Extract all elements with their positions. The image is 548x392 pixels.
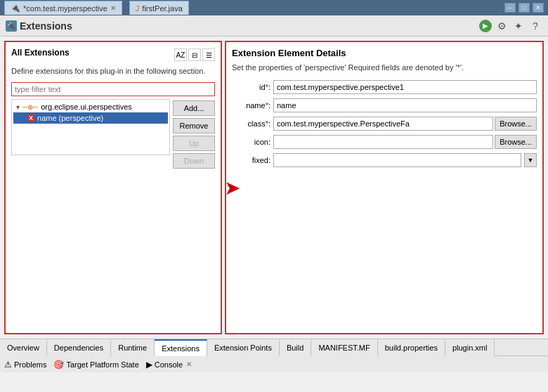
tree-item-perspectives[interactable]: ▾ ─⊕─ org.eclipse.ui.perspectives xyxy=(13,101,168,112)
id-field-row: id*: xyxy=(232,80,537,94)
status-console[interactable]: ▶ Console ✕ xyxy=(146,360,192,370)
bottom-tabs: Overview Dependencies Runtime Extensions… xyxy=(0,339,548,355)
expand-icon: ▾ xyxy=(16,103,20,111)
action-buttons: Add... Remove Up Down xyxy=(173,99,215,169)
content-area: All Extensions AZ ⊟ ☰ Define extensions … xyxy=(0,37,548,339)
tab-extension-points[interactable]: Extension Points xyxy=(207,339,280,356)
help-button[interactable]: ? xyxy=(528,19,542,33)
name-field-row: name*: xyxy=(232,98,537,112)
panel-description: Define extensions for this plug-in in th… xyxy=(11,66,215,77)
extensions-tree: ▾ ─⊕─ org.eclipse.ui.perspectives X name… xyxy=(11,99,170,155)
down-button[interactable]: Down xyxy=(173,153,215,169)
filter-input[interactable] xyxy=(11,82,215,96)
title-bar: 🔌 *com.test.myperspective ✕ J firstPer.j… xyxy=(0,0,548,15)
panel-toolbar-buttons: AZ ⊟ ☰ xyxy=(174,48,215,61)
maximize-button[interactable]: □ xyxy=(518,3,530,13)
spark-button[interactable]: ✦ xyxy=(511,19,526,33)
icon-label: icon: xyxy=(232,138,270,146)
all-extensions-panel: All Extensions AZ ⊟ ☰ Define extensions … xyxy=(4,41,222,334)
run-button[interactable]: ▶ xyxy=(479,20,492,32)
console-icon: ▶ xyxy=(146,360,152,370)
up-button[interactable]: Up xyxy=(173,136,215,151)
minimize-button[interactable]: ─ xyxy=(504,3,516,13)
fixed-field-row: fixed: ▼ xyxy=(232,153,537,167)
remove-button[interactable]: Remove xyxy=(173,118,215,133)
tab-firstper[interactable]: J firstPer.java xyxy=(129,1,189,15)
tree-item-name-perspective[interactable]: X name (perspective) xyxy=(13,112,168,124)
toolbar-actions: ▶ ⚙ ✦ ? xyxy=(479,19,542,33)
add-button[interactable]: Add... xyxy=(173,100,215,116)
tab-extensions[interactable]: Extensions xyxy=(155,339,207,356)
id-label: id*: xyxy=(232,83,270,91)
fixed-label: fixed: xyxy=(232,156,270,164)
class-input[interactable] xyxy=(273,117,493,131)
toolbar: 🔌 Extensions ▶ ⚙ ✦ ? xyxy=(0,15,548,37)
x-icon: X xyxy=(27,115,34,122)
page-title: Extensions xyxy=(20,20,476,32)
tab-build[interactable]: Build xyxy=(280,339,311,356)
extension-element-details-panel: Extension Element Details Set the proper… xyxy=(225,41,544,334)
status-target-platform[interactable]: 🎯 Target Platform State xyxy=(53,360,138,370)
tab-overview[interactable]: Overview xyxy=(0,339,47,356)
icon-input[interactable] xyxy=(273,135,493,149)
close-button[interactable]: ✕ xyxy=(533,3,544,13)
class-field-row: class*: Browse... xyxy=(232,117,537,131)
fixed-input[interactable] xyxy=(273,153,521,167)
window-controls: ─ □ ✕ xyxy=(504,3,544,13)
class-browse-button[interactable]: Browse... xyxy=(495,117,537,131)
extensions-icon: 🔌 xyxy=(6,20,17,32)
class-label: class*: xyxy=(232,119,270,128)
status-problems[interactable]: ⚠ Problems xyxy=(4,360,46,370)
java-icon: J xyxy=(136,4,140,13)
right-panel-description: Set the properties of 'perspective' Requ… xyxy=(232,63,537,73)
collapse-button[interactable]: ⊟ xyxy=(188,48,201,61)
name-label: name*: xyxy=(232,101,270,110)
icon-field-row: icon: Browse... xyxy=(232,135,537,149)
icon-browse-button[interactable]: Browse... xyxy=(495,135,537,149)
sort-az-button[interactable]: AZ xyxy=(174,48,187,61)
tab-manifest-mf[interactable]: MANIFEST.MF xyxy=(311,339,377,356)
tab-dependencies[interactable]: Dependencies xyxy=(47,339,111,356)
expand-button[interactable]: ☰ xyxy=(202,48,215,61)
console-close-icon: ✕ xyxy=(186,360,192,368)
panel-title: All Extensions xyxy=(11,48,70,58)
status-bar: ⚠ Problems 🎯 Target Platform State ▶ Con… xyxy=(0,355,548,372)
problems-icon: ⚠ xyxy=(4,360,12,370)
tab-plugin-xml[interactable]: plugin.xml xyxy=(445,339,495,356)
puzzle-icon: 🔌 xyxy=(11,4,20,13)
id-input[interactable] xyxy=(273,80,537,94)
tab-build-properties[interactable]: build.properties xyxy=(378,339,445,356)
tab-runtime[interactable]: Runtime xyxy=(111,339,155,356)
tab-close-perspective[interactable]: ✕ xyxy=(110,4,116,12)
gear-button[interactable]: ⚙ xyxy=(495,19,509,33)
tab-perspective[interactable]: 🔌 *com.test.myperspective ✕ xyxy=(4,1,122,15)
right-panel-title: Extension Element Details xyxy=(232,48,537,58)
dash-icon: ─⊕─ xyxy=(22,103,38,111)
target-icon: 🎯 xyxy=(53,360,64,370)
fixed-dropdown-arrow[interactable]: ▼ xyxy=(524,153,537,167)
name-input[interactable] xyxy=(273,98,537,112)
